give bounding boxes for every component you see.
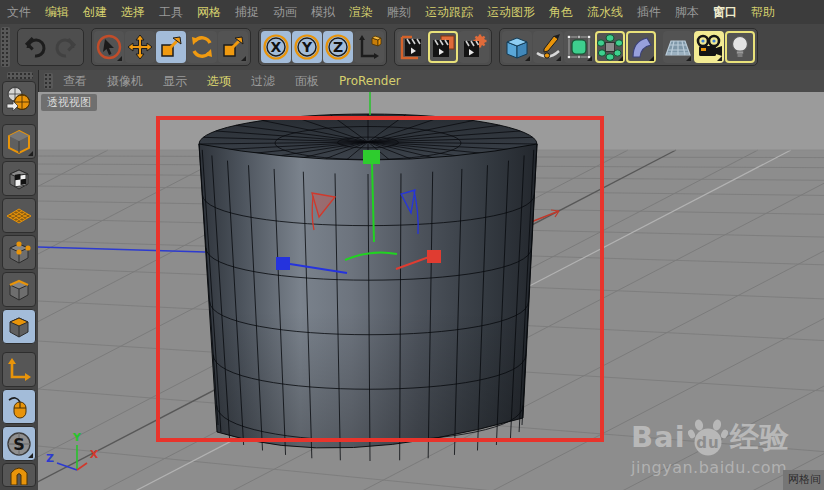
last-used-tool-button[interactable] bbox=[218, 31, 248, 63]
toolbar-drag-handle[interactable] bbox=[1, 27, 10, 67]
gizmo-z-handle[interactable] bbox=[276, 257, 290, 270]
menu-snap[interactable]: 捕捉 bbox=[228, 4, 266, 21]
workplane-icon bbox=[5, 202, 33, 230]
magnet-button[interactable] bbox=[2, 463, 36, 487]
magnet-icon bbox=[6, 465, 32, 485]
mouse-icon bbox=[6, 394, 32, 420]
render-view-button[interactable] bbox=[397, 31, 427, 63]
tool-group bbox=[91, 28, 251, 66]
menu-simulate[interactable]: 模拟 bbox=[304, 4, 342, 21]
menu-render[interactable]: 渲染 bbox=[342, 4, 380, 21]
render-picture-viewer-icon bbox=[429, 33, 457, 61]
y-axis-lock-icon: Y bbox=[293, 33, 321, 61]
coordinate-system-button[interactable] bbox=[354, 31, 384, 63]
vmenu-cameras[interactable]: 摄像机 bbox=[97, 73, 153, 90]
sidebar-drag-handle[interactable] bbox=[7, 72, 33, 79]
rotate-tool-button[interactable] bbox=[187, 31, 217, 63]
axis-label-x: X bbox=[90, 448, 99, 461]
light-bulb-icon bbox=[726, 33, 754, 61]
mode-toolbar: S bbox=[0, 70, 39, 490]
watermark-url: jingyan.baidu.com bbox=[631, 458, 790, 477]
workplane-mode-button[interactable] bbox=[2, 198, 36, 233]
convert-editable-button[interactable] bbox=[2, 81, 36, 116]
deformer-button[interactable] bbox=[595, 31, 625, 63]
render-settings-button[interactable] bbox=[459, 31, 489, 63]
gizmo-x-handle[interactable] bbox=[427, 250, 441, 263]
y-axis-lock-button[interactable]: Y bbox=[292, 31, 322, 63]
model-mode-button[interactable] bbox=[2, 124, 36, 159]
snap-icon: S bbox=[6, 431, 32, 457]
camera-icon bbox=[695, 33, 723, 61]
object-group bbox=[499, 28, 758, 66]
points-mode-button[interactable] bbox=[2, 235, 36, 270]
z-axis-lock-button[interactable]: Z bbox=[323, 31, 353, 63]
viewport-menu-drag-handle[interactable] bbox=[44, 73, 53, 89]
scale-tool-icon bbox=[157, 33, 185, 61]
bend-deformer-button[interactable] bbox=[626, 31, 656, 63]
menu-plugins[interactable]: 插件 bbox=[630, 4, 668, 21]
cube-icon bbox=[503, 33, 531, 61]
menu-create[interactable]: 创建 bbox=[76, 4, 114, 21]
floor-grid-icon bbox=[664, 33, 692, 61]
svg-text:Y: Y bbox=[301, 39, 313, 55]
viewport-3d[interactable]: Y Z X 透视视图 Bai du 经验 jingyan.baidu.com bbox=[38, 92, 824, 490]
redo-button[interactable] bbox=[51, 31, 81, 63]
svg-text:Z: Z bbox=[333, 39, 343, 55]
texture-mode-button[interactable] bbox=[2, 161, 36, 196]
axis-lock-group: X Y Z bbox=[258, 28, 387, 66]
pen-icon bbox=[534, 33, 562, 61]
menu-tools[interactable]: 工具 bbox=[152, 4, 190, 21]
move-tool-button[interactable] bbox=[125, 31, 155, 63]
baidu-watermark: Bai du 经验 jingyan.baidu.com bbox=[631, 418, 790, 477]
edges-mode-icon bbox=[6, 277, 32, 303]
spline-pen-button[interactable] bbox=[533, 31, 563, 63]
menu-animate[interactable]: 动画 bbox=[266, 4, 304, 21]
rotate-tool-icon bbox=[188, 33, 216, 61]
undo-button[interactable] bbox=[20, 31, 50, 63]
vmenu-view[interactable]: 查看 bbox=[53, 73, 97, 90]
menu-motion-track[interactable]: 运动跟踪 bbox=[418, 4, 480, 21]
vmenu-filter[interactable]: 过滤 bbox=[241, 73, 285, 90]
svg-text:du: du bbox=[696, 434, 719, 452]
watermark-jingyan: 经验 bbox=[730, 420, 790, 454]
axis-label-y: Y bbox=[72, 431, 82, 444]
subdivision-surface-button[interactable] bbox=[564, 31, 594, 63]
snap-button[interactable]: S bbox=[2, 426, 36, 461]
render-picture-viewer-button[interactable] bbox=[428, 31, 458, 63]
menu-edit[interactable]: 编辑 bbox=[38, 4, 76, 21]
coordinate-system-icon bbox=[355, 33, 383, 61]
gizmo-y-handle[interactable] bbox=[363, 150, 380, 164]
menu-pipeline[interactable]: 流水线 bbox=[580, 4, 630, 21]
vmenu-options[interactable]: 选项 bbox=[197, 73, 241, 90]
axis-label-z: Z bbox=[46, 452, 54, 465]
menu-script[interactable]: 脚本 bbox=[668, 4, 706, 21]
menu-bar: 文件 编辑 创建 选择 工具 网格 捕捉 动画 模拟 渲染 雕刻 运动跟踪 运动… bbox=[0, 0, 824, 25]
light-button[interactable] bbox=[725, 31, 755, 63]
vmenu-display[interactable]: 显示 bbox=[153, 73, 197, 90]
menu-sculpt[interactable]: 雕刻 bbox=[380, 4, 418, 21]
edges-mode-button[interactable] bbox=[2, 272, 36, 307]
add-cube-button[interactable] bbox=[502, 31, 532, 63]
vmenu-prorender[interactable]: ProRender bbox=[329, 74, 411, 88]
cylinder-object[interactable] bbox=[199, 114, 537, 461]
scale-tool-button[interactable] bbox=[156, 31, 186, 63]
menu-window[interactable]: 窗口 bbox=[706, 4, 744, 21]
vmenu-panel[interactable]: 面板 bbox=[285, 73, 329, 90]
live-selection-button[interactable] bbox=[94, 31, 124, 63]
menu-select[interactable]: 选择 bbox=[114, 4, 152, 21]
polygons-mode-button[interactable] bbox=[2, 309, 36, 344]
make-editable-icon bbox=[5, 85, 33, 113]
menu-help[interactable]: 帮助 bbox=[744, 4, 782, 21]
menu-file[interactable]: 文件 bbox=[0, 4, 38, 21]
floor-button[interactable] bbox=[663, 31, 693, 63]
polygons-mode-icon bbox=[6, 314, 32, 340]
tweak-mode-button[interactable] bbox=[2, 389, 36, 424]
x-axis-lock-button[interactable]: X bbox=[261, 31, 291, 63]
points-mode-icon bbox=[6, 240, 32, 266]
menu-mograph[interactable]: 运动图形 bbox=[480, 4, 542, 21]
menu-character[interactable]: 角色 bbox=[542, 4, 580, 21]
menu-mesh[interactable]: 网格 bbox=[190, 4, 228, 21]
enable-axis-button[interactable] bbox=[2, 352, 36, 387]
camera-button[interactable] bbox=[694, 31, 724, 63]
svg-text:S: S bbox=[13, 435, 25, 454]
